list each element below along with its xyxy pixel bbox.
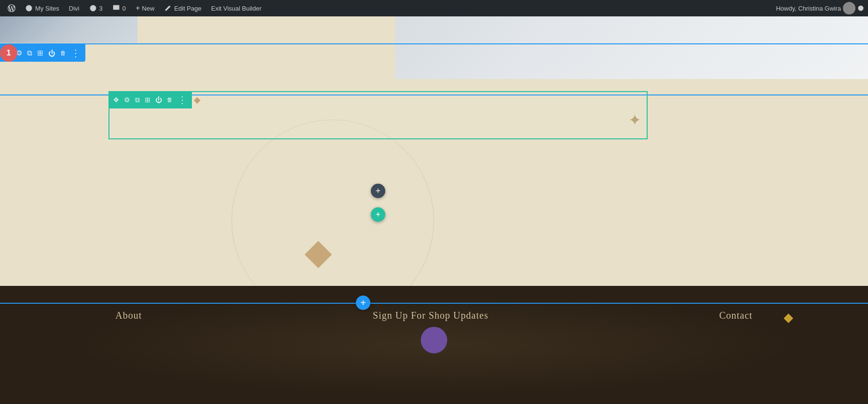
svg-point-1 xyxy=(858,5,863,11)
comments-menu[interactable]: 0 xyxy=(108,0,130,16)
exit-builder-menu[interactable]: Exit Visual Builder xyxy=(207,0,266,16)
footer-signup-link[interactable]: Sign Up For Shop Updates xyxy=(373,310,488,321)
comments-count: 0 xyxy=(122,5,126,12)
section-top-border xyxy=(0,43,868,44)
updates-count: 3 xyxy=(99,5,103,12)
power-section-button[interactable] xyxy=(48,49,55,57)
user-avatar xyxy=(843,2,855,14)
module-columns-button[interactable] xyxy=(145,96,150,104)
plus-icon-dark: + xyxy=(376,186,381,196)
top-image-left xyxy=(0,16,137,43)
user-greeting: Howdy, Christina Gwira xyxy=(776,5,841,12)
plus-icon-blue: + xyxy=(360,297,366,309)
module-settings-button[interactable] xyxy=(124,96,130,104)
purple-circle-button[interactable] xyxy=(421,327,448,353)
footer-nav: About Sign Up For Shop Updates Contact xyxy=(0,310,868,321)
top-image-right xyxy=(395,16,868,79)
edit-page-label: Edit Page xyxy=(174,5,201,12)
copy-section-button[interactable] xyxy=(27,49,32,57)
footer-about-link[interactable]: About xyxy=(115,310,142,321)
admin-bar: My Sites Divi 3 0 + New Edit Page Exit V… xyxy=(0,0,868,16)
more-module-button[interactable] xyxy=(177,94,187,106)
divi-label: Divi xyxy=(69,5,80,12)
delete-section-button[interactable] xyxy=(60,50,66,56)
divi-menu[interactable]: Divi xyxy=(65,0,83,16)
user-menu[interactable]: Howdy, Christina Gwira xyxy=(776,2,864,14)
delete-module-button[interactable] xyxy=(167,96,173,103)
my-sites-label: My Sites xyxy=(35,5,59,12)
section-main-bottom-border xyxy=(0,303,868,304)
footer-contact-link[interactable]: Contact xyxy=(719,310,752,321)
power-module-button[interactable] xyxy=(155,96,162,104)
exit-builder-label: Exit Visual Builder xyxy=(211,5,262,12)
edit-page-menu[interactable]: Edit Page xyxy=(160,0,205,16)
section-number-badge: 1 xyxy=(0,44,17,62)
my-sites-menu[interactable]: My Sites xyxy=(21,0,63,16)
module-toolbar[interactable]: ◆ xyxy=(108,91,192,108)
svg-point-0 xyxy=(90,5,96,12)
add-row-button[interactable]: + xyxy=(371,207,385,222)
section-number: 1 xyxy=(7,49,11,57)
columns-button[interactable] xyxy=(37,49,43,57)
new-menu[interactable]: + New xyxy=(132,0,158,16)
new-label: New xyxy=(142,5,154,12)
wordpress-logo[interactable] xyxy=(4,0,19,16)
module-deco-diamond: ◆ xyxy=(194,94,201,105)
add-inside-button[interactable]: + xyxy=(371,184,385,198)
page-content: 1 ✦ ◆ + + xyxy=(0,16,868,404)
move-module-button[interactable] xyxy=(113,96,119,104)
updates-menu[interactable]: 3 xyxy=(85,0,107,16)
plus-icon-teal: + xyxy=(376,210,381,220)
add-section-button[interactable]: + xyxy=(356,296,370,310)
footer-star-deco: ◆ xyxy=(784,310,793,325)
copy-module-button[interactable] xyxy=(135,96,140,104)
more-section-button[interactable] xyxy=(71,47,81,59)
